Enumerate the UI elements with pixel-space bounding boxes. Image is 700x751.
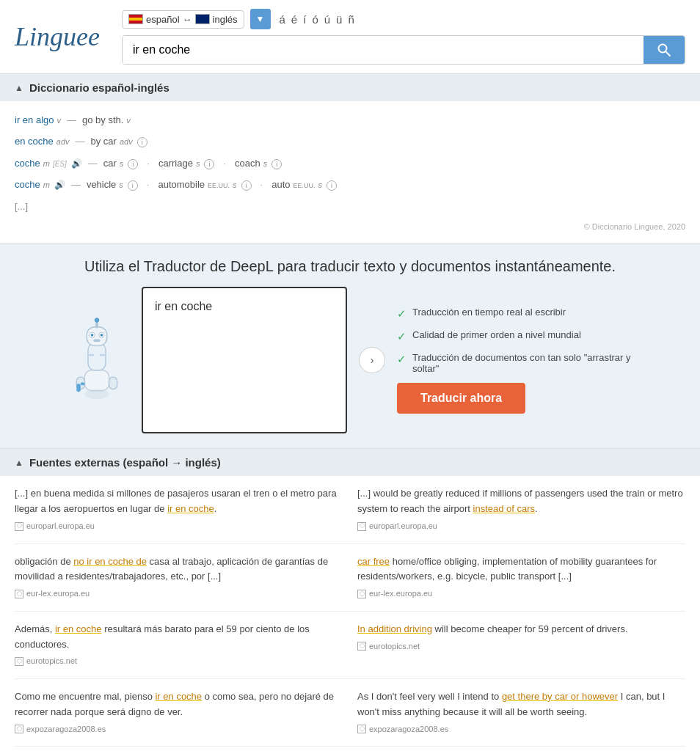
dict-pos: adv xyxy=(56,135,70,150)
ext-col-left-3: Además, ir en coche resultará más barato… xyxy=(15,622,343,668)
search-container xyxy=(122,35,685,65)
dict-entry-coche-noloc: coche m 🔊 — vehicle s i · automobile EE.… xyxy=(15,176,685,194)
sound-icon[interactable]: 🔊 xyxy=(71,156,82,172)
search-input[interactable] xyxy=(123,36,644,64)
ext-col-left-4: Como me encuentre mal, pienso ir en coch… xyxy=(15,689,343,736)
source-icon: ⬡ xyxy=(357,590,366,598)
dict-ellipsis: [...] xyxy=(15,198,685,215)
dictionary-section-header[interactable]: ▲ Diccionario español-inglés xyxy=(0,74,700,101)
svg-rect-3 xyxy=(84,370,109,391)
flag-english xyxy=(195,14,210,24)
highlight: ir en coche xyxy=(55,623,102,634)
search-button[interactable] xyxy=(644,36,685,64)
dict-pos: m xyxy=(43,157,50,172)
translate-button[interactable]: Traducir ahora xyxy=(397,383,525,414)
dict-info-icon[interactable]: i xyxy=(137,137,147,147)
robot-icon xyxy=(68,316,126,404)
ext-source-r2: ⬡ eur-lex.europa.eu xyxy=(357,587,685,601)
ext-col-left-1: [...] en buena medida si millones de pas… xyxy=(15,486,343,532)
dict-translation: carriage xyxy=(158,155,193,172)
dict-trans-pos: s xyxy=(263,157,268,172)
lang-english: inglés xyxy=(213,14,238,25)
dict-translation: automobile xyxy=(158,176,205,193)
ext-source-r3: ⬡ eurotopics.net xyxy=(357,640,685,653)
special-char-u-acute[interactable]: ú xyxy=(324,13,330,26)
arrow-right-icon: › xyxy=(371,354,374,366)
special-char-u-umlaut[interactable]: ü xyxy=(336,13,342,26)
deepl-input-box[interactable]: ir en coche xyxy=(142,287,347,433)
dict-translation: by car xyxy=(91,133,117,150)
ext-col-right-4: As I don't feel very well I intend to ge… xyxy=(357,689,685,736)
external-sources-content: [...] en buena medida si millones de pas… xyxy=(0,476,700,751)
source-icon: ⬡ xyxy=(357,522,366,531)
source-icon: ⬡ xyxy=(15,725,23,733)
special-char-o-acute[interactable]: ó xyxy=(312,13,318,26)
deepl-feature-3: ✓ Traducción de documentos con tan solo … xyxy=(397,352,636,374)
deepl-features-list: ✓ Traducción en tiempo real al escribir … xyxy=(397,307,636,414)
dict-locale: [ES] xyxy=(53,158,67,171)
highlight: In addition driving xyxy=(357,623,432,634)
highlight: get there by car or however xyxy=(502,691,618,702)
feature-text-1: Traducción en tiempo real al escribir xyxy=(412,307,566,318)
dict-entry-ir-en-algo: ir en algo v — go by sth. v xyxy=(15,111,685,128)
ext-col-right-3: In addition driving will become cheaper … xyxy=(357,622,685,668)
source-icon: ⬡ xyxy=(357,725,366,733)
deepl-title: Utiliza el Traductor de DeepL para tradu… xyxy=(84,258,616,275)
svg-point-14 xyxy=(95,318,99,323)
feature-text-3: Traducción de documentos con tan solo "a… xyxy=(412,352,636,374)
dict-translation: go by sth. xyxy=(82,111,123,128)
swap-arrows-icon: ↔ xyxy=(183,14,192,25)
source-icon: ⬡ xyxy=(15,590,23,598)
external-title: Fuentes externas (español → inglés) xyxy=(29,456,221,469)
dict-info-icon[interactable]: i xyxy=(327,180,337,191)
highlight: ir en coche xyxy=(167,503,214,514)
ext-row-2: obligación de no ir en coche de casa al … xyxy=(15,544,685,612)
deepl-content: ir en coche › ✓ Traducción en tiempo rea… xyxy=(64,287,636,433)
special-char-e-acute[interactable]: é xyxy=(291,13,297,26)
dict-trans-pos: s xyxy=(196,157,200,172)
search-icon xyxy=(657,43,671,57)
dict-info-icon[interactable]: i xyxy=(271,159,282,169)
highlight: no ir en coche de xyxy=(73,556,147,567)
deepl-robot-illustration xyxy=(64,316,130,404)
dict-info-icon[interactable]: i xyxy=(128,180,138,191)
chevron-up-icon: ▲ xyxy=(15,458,23,468)
ext-row-4: Como me encuentre mal, pienso ir en coch… xyxy=(15,679,685,747)
dict-trans-pos: s xyxy=(119,178,123,193)
ext-source-r4: ⬡ expozaragoza2008.es xyxy=(357,723,685,736)
flag-spanish xyxy=(128,14,143,24)
language-dropdown-button[interactable]: ▼ xyxy=(250,9,271,29)
deepl-next-button[interactable]: › xyxy=(359,347,385,373)
dict-term: en coche xyxy=(15,133,54,150)
dict-trans-pos: adv xyxy=(120,135,133,150)
dict-info-icon[interactable]: i xyxy=(204,159,214,169)
sound-icon[interactable]: 🔊 xyxy=(54,177,65,194)
highlight: ir en coche xyxy=(155,691,202,702)
deepl-banner: Utiliza el Traductor de DeepL para tradu… xyxy=(0,243,700,449)
feature-text-2: Calidad de primer orden a nivel mundial xyxy=(412,329,581,340)
special-char-n-tilde[interactable]: ñ xyxy=(348,13,354,26)
dictionary-title: Diccionario español-inglés xyxy=(29,81,169,94)
highlight: instead of cars xyxy=(473,503,536,514)
dict-info-icon[interactable]: i xyxy=(128,159,138,169)
dict-trans-pos: s xyxy=(120,157,124,172)
ext-source-1: ⬡ europarl.europa.eu xyxy=(15,520,343,533)
special-char-i-acute[interactable]: í xyxy=(303,13,306,26)
svg-rect-17 xyxy=(76,384,81,392)
svg-line-1 xyxy=(666,51,670,56)
special-char-a-acute[interactable]: á xyxy=(280,13,285,26)
dict-info-icon[interactable]: i xyxy=(241,180,252,191)
svg-rect-12 xyxy=(93,340,100,342)
deepl-feature-2: ✓ Calidad de primer orden a nivel mundia… xyxy=(397,329,636,343)
special-chars-bar: á é í ó ú ü ñ xyxy=(280,13,354,26)
external-section-header[interactable]: ▲ Fuentes externas (español → inglés) xyxy=(0,449,700,476)
ext-source-r1: ⬡ europarl.europa.eu xyxy=(357,520,685,533)
dict-term: ir en algo xyxy=(15,111,54,128)
dict-pos: v xyxy=(56,114,61,128)
dict-pos: m xyxy=(43,178,50,193)
language-selector[interactable]: español ↔ inglés xyxy=(122,10,244,29)
ext-col-right-2: car free home/office obliging, implement… xyxy=(357,554,685,601)
check-icon-3: ✓ xyxy=(397,353,406,366)
svg-rect-18 xyxy=(81,383,85,386)
ellipsis-text: [...] xyxy=(15,198,28,215)
